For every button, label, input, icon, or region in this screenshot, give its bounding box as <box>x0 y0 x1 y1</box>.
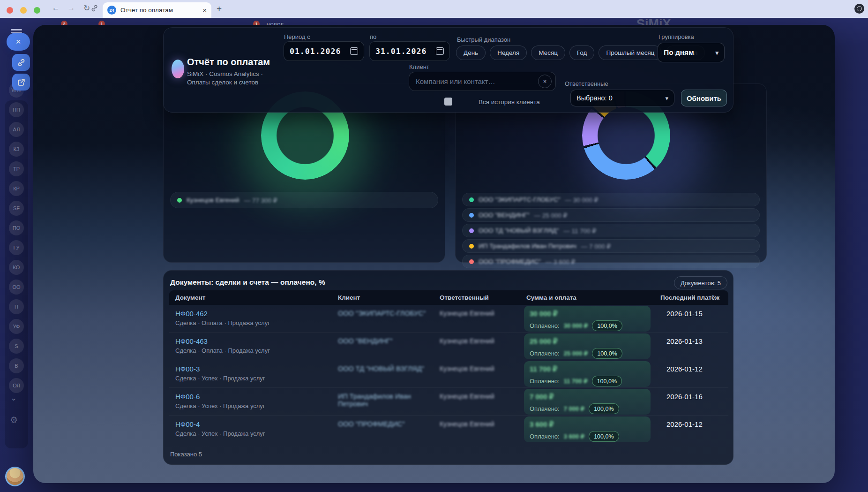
responsible-label: Ответственные <box>565 80 608 87</box>
legend-value: — 25 000 ₽ <box>534 212 568 219</box>
calendar-icon[interactable] <box>350 47 358 55</box>
period-from-label: Период с <box>284 33 310 40</box>
paid-label: Оплачено: <box>530 350 560 357</box>
responsible-select[interactable]: Выбрано: 0 ▾ <box>570 90 674 106</box>
extension-icon[interactable] <box>854 4 864 14</box>
percent-badge: 100,0% <box>589 431 619 442</box>
widget-close-button[interactable]: × <box>7 33 30 51</box>
document-link[interactable]: НФ00-463 <box>175 337 332 345</box>
sidebar-avatar[interactable]: ОЛ <box>9 378 24 393</box>
sidebar-avatar[interactable]: S <box>9 339 24 354</box>
legend-label: ИП Трандафилов Иван Петрович <box>479 242 576 250</box>
sidebar-avatar[interactable]: АЛ <box>9 122 24 137</box>
user-avatar[interactable] <box>5 467 25 486</box>
client-search-input[interactable]: Компания или контакт… × <box>409 72 556 91</box>
sidebar-avatar[interactable]: НП <box>9 102 24 117</box>
documents-title: Документы: сделки и счета — оплачено, % <box>170 278 325 287</box>
quick-range-button[interactable]: Неделя <box>490 45 527 60</box>
legend-item: Кузнецов Евгений — 77 300 ₽ <box>170 192 438 208</box>
grouping-select[interactable]: По дням ▾ <box>658 43 725 62</box>
document-link[interactable]: НФ00-462 <box>175 310 332 318</box>
back-icon[interactable]: ← <box>50 3 61 13</box>
sidebar-avatar[interactable]: КР <box>9 181 24 196</box>
period-to-input[interactable]: 31.01.2026 <box>369 41 450 61</box>
widget-external-link-button[interactable] <box>12 74 30 91</box>
sidebar-avatar[interactable]: В <box>9 358 24 373</box>
table-row[interactable]: НФ00-3 Сделка · Успех · Продажа услуг ОО… <box>169 360 728 388</box>
paid-value: 11 700 ₽ <box>564 378 588 385</box>
document-link[interactable]: НФ00-3 <box>175 365 332 373</box>
sidebar-avatar[interactable]: ТР <box>9 161 24 176</box>
quick-range-button[interactable]: Прошлый месяц <box>599 45 662 60</box>
legend-item: ООО "ЭКИПАРТС-ГЛОБУС" — 30 000 ₽ <box>462 193 760 206</box>
legend-color-dot <box>469 244 474 249</box>
clear-icon[interactable]: × <box>538 75 552 88</box>
browser-tab[interactable]: 24 Отчет по оплатам × <box>103 2 211 18</box>
sidebar-avatar[interactable]: Н <box>9 299 24 314</box>
legend-value: — 30 000 ₽ <box>565 196 599 204</box>
window-minimize-button[interactable] <box>20 7 27 14</box>
chevron-down-icon[interactable]: ⌄ <box>10 393 17 403</box>
col-sum: Сумма и оплата <box>520 294 654 301</box>
tab-close-icon[interactable]: × <box>202 6 207 14</box>
sidebar-avatar[interactable]: ПО <box>9 220 24 235</box>
col-client: Клиент <box>332 294 434 301</box>
browser-chrome: ← → ↻ 24 Отчет по оплатам × + <box>0 0 868 18</box>
new-tab-button[interactable]: + <box>217 4 222 14</box>
sum-value: 3 600 ₽ <box>530 420 645 429</box>
window-close-button[interactable] <box>7 7 13 14</box>
sidebar-avatar[interactable]: КЗ <box>9 142 24 157</box>
document-subtitle: Сделка · Успех · Продажа услуг <box>175 375 332 382</box>
quick-range-button[interactable]: День <box>456 45 486 60</box>
percent-badge: 100,0% <box>592 320 622 331</box>
legend-value: — 11 700 ₽ <box>563 227 596 235</box>
paid-value: 7 000 ₽ <box>564 405 584 412</box>
table-row[interactable]: НФ00-463 Сделка · Оплата · Продажа услуг… <box>169 333 728 360</box>
document-link[interactable]: НФ00-4 <box>175 420 332 428</box>
sum-value: 7 000 ₽ <box>530 393 645 401</box>
widget-link-button[interactable] <box>12 54 30 71</box>
period-from-input[interactable]: 01.01.2026 <box>284 41 364 61</box>
table-row[interactable]: НФ00-6 Сделка · Успех · Продажа услуг ИП… <box>169 388 728 416</box>
last-payment-date: 2026-01-15 <box>654 305 728 318</box>
sidebar-avatar[interactable]: УФ <box>9 319 24 334</box>
responsible-name: Кузнецов Евгений <box>434 305 520 317</box>
sum-block: 25 000 ₽ Оплачено: 25 000 ₽ 100,0% <box>524 333 651 359</box>
link-icon[interactable] <box>89 4 100 15</box>
refresh-button[interactable]: Обновить <box>681 90 727 106</box>
sidebar-avatar[interactable]: SF <box>9 201 24 216</box>
legend-label: ООО ТД "НОВЫЙ ВЗГЛЯД" <box>479 227 559 234</box>
period-to-value: 31.01.2026 <box>375 47 436 56</box>
period-to-label: по <box>370 33 376 40</box>
history-checkbox[interactable] <box>444 98 452 106</box>
sum-block: 7 000 ₽ Оплачено: 7 000 ₽ 100,0% <box>524 389 651 415</box>
period-from-value: 01.01.2026 <box>290 47 350 56</box>
legend-label: ООО "ВЕНДИНГ" <box>479 212 530 219</box>
document-link[interactable]: НФ00-6 <box>175 393 332 401</box>
responsible-name: Кузнецов Евгений <box>434 416 520 428</box>
document-subtitle: Сделка · Оплата · Продажа услуг <box>175 319 332 326</box>
window-zoom-button[interactable] <box>34 7 40 14</box>
paid-value: 25 000 ₽ <box>564 350 588 357</box>
forward-icon[interactable]: → <box>66 3 77 13</box>
paid-value: 3 600 ₽ <box>564 433 584 440</box>
app-logo-orb <box>172 60 184 78</box>
sidebar-avatar[interactable]: ОО <box>9 280 24 295</box>
table-row[interactable]: НФ00-462 Сделка · Оплата · Продажа услуг… <box>169 305 728 333</box>
sum-block: 30 000 ₽ Оплачено: 30 000 ₽ 100,0% <box>524 306 651 332</box>
quick-range-button[interactable]: Год <box>569 45 595 60</box>
report-panel: Кузнецов Евгений — 77 300 ₽ ООО "ЭКИПАРТ… <box>33 25 835 483</box>
sidebar-avatar[interactable]: КО <box>9 260 24 275</box>
last-payment-date: 2026-01-12 <box>654 416 728 428</box>
client-placeholder: Компания или контакт… <box>416 77 538 85</box>
calendar-icon[interactable] <box>436 47 444 55</box>
table-row[interactable]: НФ00-4 Сделка · Успех · Продажа услуг ОО… <box>169 416 728 443</box>
gear-icon[interactable]: ⚙ <box>10 415 18 425</box>
document-subtitle: Сделка · Оплата · Продажа услуг <box>175 347 332 354</box>
sidebar-avatar[interactable]: ГУ <box>9 240 24 255</box>
legend-label: ООО "ПРОФМЕДИС" <box>479 258 541 265</box>
history-checkbox-label: Вся история клиента <box>479 98 540 106</box>
table-header: Документ Клиент Ответственный Сумма и оп… <box>169 290 728 305</box>
quick-range-button[interactable]: Месяц <box>531 45 565 60</box>
legend-item: ООО "ПРОФМЕДИС" — 3 600 ₽ <box>462 255 760 268</box>
